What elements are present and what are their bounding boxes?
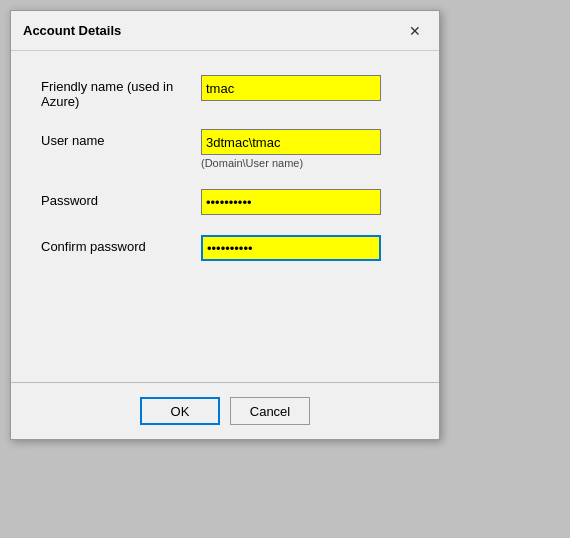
cancel-button[interactable]: Cancel <box>230 397 310 425</box>
dialog-footer: OK Cancel <box>11 383 439 439</box>
user-name-input-group: (Domain\User name) <box>201 129 381 169</box>
user-name-row: User name (Domain\User name) <box>41 129 409 169</box>
confirm-password-input[interactable] <box>201 235 381 261</box>
account-details-dialog: Account Details ✕ Friendly name (used in… <box>10 10 440 440</box>
user-name-hint: (Domain\User name) <box>201 157 381 169</box>
title-bar: Account Details ✕ <box>11 11 439 51</box>
password-label: Password <box>41 189 201 208</box>
confirm-password-label: Confirm password <box>41 235 201 254</box>
password-input[interactable] <box>201 189 381 215</box>
ok-button[interactable]: OK <box>140 397 220 425</box>
dialog-wrapper: Account Details ✕ Friendly name (used in… <box>10 10 440 440</box>
user-name-input[interactable] <box>201 129 381 155</box>
friendly-name-label: Friendly name (used in Azure) <box>41 75 201 109</box>
close-button[interactable]: ✕ <box>403 19 427 43</box>
dialog-body: Friendly name (used in Azure) User name … <box>11 51 439 372</box>
friendly-name-input-group <box>201 75 381 101</box>
friendly-name-input[interactable] <box>201 75 381 101</box>
password-row: Password <box>41 189 409 215</box>
password-input-group <box>201 189 381 215</box>
user-name-label: User name <box>41 129 201 148</box>
friendly-name-row: Friendly name (used in Azure) <box>41 75 409 109</box>
confirm-password-input-group <box>201 235 381 261</box>
confirm-password-row: Confirm password <box>41 235 409 261</box>
dialog-title: Account Details <box>23 23 121 38</box>
